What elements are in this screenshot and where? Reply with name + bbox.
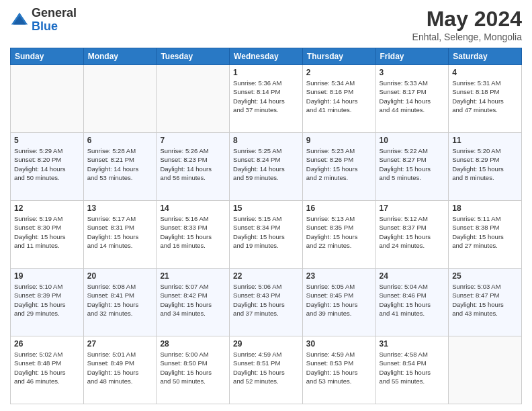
- day-number: 19: [14, 271, 80, 281]
- day-info: Sunrise: 5:29 AM Sunset: 8:20 PM Dayligh…: [14, 146, 80, 182]
- table-row: [157, 65, 230, 133]
- table-row: 29Sunrise: 4:59 AM Sunset: 8:51 PM Dayli…: [230, 336, 303, 404]
- table-row: 25Sunrise: 5:03 AM Sunset: 8:47 PM Dayli…: [449, 269, 522, 336]
- day-number: 13: [87, 203, 153, 213]
- day-number: 29: [233, 339, 299, 349]
- day-number: 15: [233, 203, 299, 213]
- table-row: 28Sunrise: 5:00 AM Sunset: 8:50 PM Dayli…: [157, 336, 230, 404]
- table-row: 15Sunrise: 5:15 AM Sunset: 8:34 PM Dayli…: [230, 201, 303, 269]
- calendar-week-2: 5Sunrise: 5:29 AM Sunset: 8:20 PM Daylig…: [11, 133, 522, 201]
- day-info: Sunrise: 5:22 AM Sunset: 8:27 PM Dayligh…: [380, 146, 445, 182]
- day-info: Sunrise: 5:01 AM Sunset: 8:49 PM Dayligh…: [87, 350, 153, 385]
- col-tuesday: Tuesday: [157, 48, 230, 65]
- col-saturday: Saturday: [449, 48, 522, 65]
- day-number: 12: [14, 203, 80, 213]
- day-number: 30: [306, 339, 372, 349]
- table-row: 13Sunrise: 5:17 AM Sunset: 8:31 PM Dayli…: [83, 201, 157, 269]
- day-info: Sunrise: 4:59 AM Sunset: 8:51 PM Dayligh…: [233, 350, 299, 385]
- table-row: 7Sunrise: 5:26 AM Sunset: 8:23 PM Daylig…: [157, 133, 230, 201]
- table-row: 3Sunrise: 5:33 AM Sunset: 8:17 PM Daylig…: [375, 65, 449, 133]
- day-number: 25: [452, 271, 518, 281]
- day-info: Sunrise: 5:12 AM Sunset: 8:37 PM Dayligh…: [380, 214, 445, 250]
- table-row: 1Sunrise: 5:36 AM Sunset: 8:14 PM Daylig…: [230, 65, 303, 133]
- day-info: Sunrise: 5:10 AM Sunset: 8:39 PM Dayligh…: [14, 282, 80, 318]
- logo-general: General: [32, 7, 77, 20]
- location-subtitle: Enhtal, Selenge, Mongolia: [412, 32, 522, 42]
- table-row: [449, 336, 522, 404]
- day-number: 3: [380, 68, 445, 77]
- day-number: 22: [233, 271, 299, 281]
- day-number: 1: [233, 68, 299, 77]
- calendar-week-1: 1Sunrise: 5:36 AM Sunset: 8:14 PM Daylig…: [11, 65, 522, 133]
- table-row: 8Sunrise: 5:25 AM Sunset: 8:24 PM Daylig…: [230, 133, 303, 201]
- table-row: 14Sunrise: 5:16 AM Sunset: 8:33 PM Dayli…: [157, 201, 230, 269]
- day-number: 23: [306, 271, 372, 281]
- col-friday: Friday: [375, 48, 449, 65]
- day-info: Sunrise: 5:16 AM Sunset: 8:33 PM Dayligh…: [160, 214, 226, 250]
- table-row: 12Sunrise: 5:19 AM Sunset: 8:30 PM Dayli…: [11, 201, 84, 269]
- day-info: Sunrise: 5:26 AM Sunset: 8:23 PM Dayligh…: [160, 146, 226, 182]
- day-info: Sunrise: 5:17 AM Sunset: 8:31 PM Dayligh…: [87, 214, 153, 250]
- day-info: Sunrise: 5:20 AM Sunset: 8:29 PM Dayligh…: [452, 146, 518, 182]
- table-row: 11Sunrise: 5:20 AM Sunset: 8:29 PM Dayli…: [449, 133, 522, 201]
- day-number: 21: [160, 271, 226, 281]
- calendar-week-3: 12Sunrise: 5:19 AM Sunset: 8:30 PM Dayli…: [11, 201, 522, 269]
- day-number: 24: [380, 271, 445, 281]
- day-number: 8: [233, 136, 299, 145]
- day-info: Sunrise: 5:02 AM Sunset: 8:48 PM Dayligh…: [14, 350, 80, 385]
- day-info: Sunrise: 5:11 AM Sunset: 8:38 PM Dayligh…: [452, 214, 518, 250]
- table-row: 10Sunrise: 5:22 AM Sunset: 8:27 PM Dayli…: [375, 133, 449, 201]
- logo-icon: [10, 11, 29, 30]
- table-row: 2Sunrise: 5:34 AM Sunset: 8:16 PM Daylig…: [302, 65, 375, 133]
- day-number: 17: [380, 203, 445, 213]
- day-info: Sunrise: 4:59 AM Sunset: 8:53 PM Dayligh…: [306, 350, 372, 385]
- day-info: Sunrise: 4:58 AM Sunset: 8:54 PM Dayligh…: [380, 350, 445, 385]
- day-info: Sunrise: 5:15 AM Sunset: 8:34 PM Dayligh…: [233, 214, 299, 250]
- day-number: 11: [452, 136, 518, 145]
- day-info: Sunrise: 5:19 AM Sunset: 8:30 PM Dayligh…: [14, 214, 80, 250]
- calendar-header-row: Sunday Monday Tuesday Wednesday Thursday…: [11, 48, 522, 65]
- day-number: 4: [452, 68, 518, 77]
- table-row: 6Sunrise: 5:28 AM Sunset: 8:21 PM Daylig…: [83, 133, 157, 201]
- day-number: 27: [87, 339, 153, 349]
- day-number: 2: [306, 68, 372, 77]
- day-number: 6: [87, 136, 153, 145]
- day-number: 20: [87, 271, 153, 281]
- day-info: Sunrise: 5:08 AM Sunset: 8:41 PM Dayligh…: [87, 282, 153, 318]
- col-sunday: Sunday: [11, 48, 84, 65]
- calendar-table: Sunday Monday Tuesday Wednesday Thursday…: [10, 48, 522, 404]
- day-info: Sunrise: 5:05 AM Sunset: 8:45 PM Dayligh…: [306, 282, 372, 318]
- day-number: 9: [306, 136, 372, 145]
- page: General Blue May 2024 Enhtal, Selenge, M…: [0, 0, 532, 411]
- day-info: Sunrise: 5:36 AM Sunset: 8:14 PM Dayligh…: [233, 79, 299, 114]
- day-info: Sunrise: 5:34 AM Sunset: 8:16 PM Dayligh…: [306, 79, 372, 114]
- day-number: 5: [14, 136, 80, 145]
- table-row: [83, 65, 157, 133]
- table-row: 26Sunrise: 5:02 AM Sunset: 8:48 PM Dayli…: [11, 336, 84, 404]
- day-info: Sunrise: 5:28 AM Sunset: 8:21 PM Dayligh…: [87, 146, 153, 182]
- table-row: 4Sunrise: 5:31 AM Sunset: 8:18 PM Daylig…: [449, 65, 522, 133]
- day-info: Sunrise: 5:07 AM Sunset: 8:42 PM Dayligh…: [160, 282, 226, 318]
- title-section: May 2024 Enhtal, Selenge, Mongolia: [412, 7, 522, 42]
- day-number: 16: [306, 203, 372, 213]
- day-number: 26: [14, 339, 80, 349]
- day-info: Sunrise: 5:23 AM Sunset: 8:26 PM Dayligh…: [306, 146, 372, 182]
- day-info: Sunrise: 5:06 AM Sunset: 8:43 PM Dayligh…: [233, 282, 299, 318]
- logo-text: General Blue: [32, 7, 77, 34]
- table-row: 30Sunrise: 4:59 AM Sunset: 8:53 PM Dayli…: [302, 336, 375, 404]
- day-number: 7: [160, 136, 226, 145]
- logo: General Blue: [10, 7, 77, 34]
- table-row: 18Sunrise: 5:11 AM Sunset: 8:38 PM Dayli…: [449, 201, 522, 269]
- day-number: 28: [160, 339, 226, 349]
- logo-blue: Blue: [32, 20, 77, 34]
- table-row: 19Sunrise: 5:10 AM Sunset: 8:39 PM Dayli…: [11, 269, 84, 336]
- calendar-week-5: 26Sunrise: 5:02 AM Sunset: 8:48 PM Dayli…: [11, 336, 522, 404]
- table-row: 31Sunrise: 4:58 AM Sunset: 8:54 PM Dayli…: [375, 336, 449, 404]
- day-info: Sunrise: 5:25 AM Sunset: 8:24 PM Dayligh…: [233, 146, 299, 182]
- day-info: Sunrise: 5:31 AM Sunset: 8:18 PM Dayligh…: [452, 79, 518, 114]
- day-info: Sunrise: 5:04 AM Sunset: 8:46 PM Dayligh…: [380, 282, 445, 318]
- calendar-week-4: 19Sunrise: 5:10 AM Sunset: 8:39 PM Dayli…: [11, 269, 522, 336]
- table-row: 23Sunrise: 5:05 AM Sunset: 8:45 PM Dayli…: [302, 269, 375, 336]
- table-row: 22Sunrise: 5:06 AM Sunset: 8:43 PM Dayli…: [230, 269, 303, 336]
- day-number: 18: [452, 203, 518, 213]
